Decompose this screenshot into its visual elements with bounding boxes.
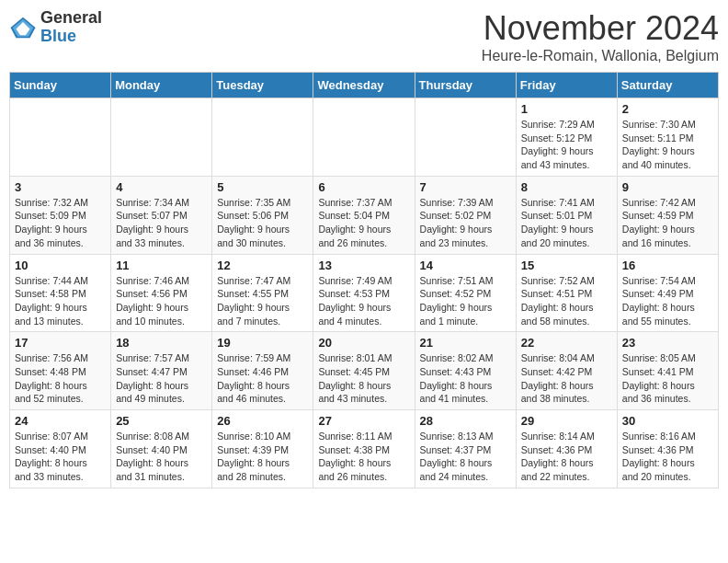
calendar-cell: 26Sunrise: 8:10 AM Sunset: 4:39 PM Dayli… [212, 410, 313, 488]
day-info: Sunrise: 8:04 AM Sunset: 4:42 PM Dayligh… [521, 351, 612, 406]
title-area: November 2024 Heure-le-Romain, Wallonia,… [482, 9, 719, 64]
calendar-cell: 13Sunrise: 7:49 AM Sunset: 4:53 PM Dayli… [313, 254, 415, 332]
calendar-header: SundayMondayTuesdayWednesdayThursdayFrid… [10, 73, 719, 98]
day-info: Sunrise: 7:39 AM Sunset: 5:02 PM Dayligh… [420, 196, 511, 250]
day-info: Sunrise: 8:11 AM Sunset: 4:38 PM Dayligh… [318, 430, 409, 484]
day-info: Sunrise: 7:30 AM Sunset: 5:11 PM Dayligh… [622, 118, 713, 172]
day-info: Sunrise: 7:57 AM Sunset: 4:47 PM Dayligh… [116, 351, 207, 406]
day-info: Sunrise: 7:47 AM Sunset: 4:55 PM Dayligh… [217, 274, 308, 328]
day-info: Sunrise: 7:49 AM Sunset: 4:53 PM Dayligh… [318, 274, 409, 328]
calendar-cell: 5Sunrise: 7:35 AM Sunset: 5:06 PM Daylig… [212, 176, 313, 254]
calendar-table: SundayMondayTuesdayWednesdayThursdayFrid… [9, 72, 719, 488]
day-number: 6 [318, 180, 409, 194]
day-number: 26 [217, 414, 308, 428]
header-day-thursday: Thursday [415, 73, 516, 98]
day-info: Sunrise: 8:08 AM Sunset: 4:40 PM Dayligh… [116, 430, 207, 484]
calendar-cell: 24Sunrise: 8:07 AM Sunset: 4:40 PM Dayli… [10, 410, 111, 488]
month-title: November 2024 [482, 9, 719, 48]
calendar-cell [415, 98, 516, 177]
day-info: Sunrise: 7:32 AM Sunset: 5:09 PM Dayligh… [15, 196, 106, 250]
calendar-cell: 19Sunrise: 7:59 AM Sunset: 4:46 PM Dayli… [212, 332, 313, 410]
day-info: Sunrise: 7:51 AM Sunset: 4:52 PM Dayligh… [420, 274, 511, 328]
day-info: Sunrise: 7:42 AM Sunset: 4:59 PM Dayligh… [622, 196, 713, 250]
calendar-cell: 3Sunrise: 7:32 AM Sunset: 5:09 PM Daylig… [10, 176, 111, 254]
calendar-cell: 1Sunrise: 7:29 AM Sunset: 5:12 PM Daylig… [516, 98, 617, 177]
day-number: 28 [420, 414, 511, 428]
logo-general: General [40, 9, 102, 28]
calendar-week-0: 1Sunrise: 7:29 AM Sunset: 5:12 PM Daylig… [10, 98, 719, 177]
calendar-cell: 28Sunrise: 8:13 AM Sunset: 4:37 PM Dayli… [415, 410, 516, 488]
day-number: 19 [217, 336, 308, 350]
logo-blue: Blue [40, 28, 102, 46]
calendar-cell: 21Sunrise: 8:02 AM Sunset: 4:43 PM Dayli… [415, 332, 516, 410]
calendar-cell [313, 98, 415, 177]
day-info: Sunrise: 7:44 AM Sunset: 4:58 PM Dayligh… [15, 274, 106, 328]
day-number: 24 [15, 414, 106, 428]
logo-icon [9, 14, 37, 41]
day-number: 12 [217, 259, 308, 272]
header-day-tuesday: Tuesday [212, 73, 313, 98]
day-number: 10 [15, 259, 106, 272]
day-number: 22 [521, 336, 612, 350]
day-info: Sunrise: 7:59 AM Sunset: 4:46 PM Dayligh… [217, 351, 308, 406]
header-day-monday: Monday [111, 73, 212, 98]
header-row: SundayMondayTuesdayWednesdayThursdayFrid… [10, 73, 719, 98]
calendar-cell [212, 98, 313, 177]
logo: General Blue [9, 9, 102, 46]
day-number: 23 [622, 336, 713, 350]
calendar-cell: 18Sunrise: 7:57 AM Sunset: 4:47 PM Dayli… [111, 332, 212, 410]
day-number: 18 [116, 336, 207, 350]
day-info: Sunrise: 8:01 AM Sunset: 4:45 PM Dayligh… [318, 351, 409, 406]
day-number: 1 [521, 102, 612, 116]
day-info: Sunrise: 8:07 AM Sunset: 4:40 PM Dayligh… [15, 430, 106, 484]
day-info: Sunrise: 8:16 AM Sunset: 4:36 PM Dayligh… [622, 430, 713, 484]
day-number: 29 [521, 414, 612, 428]
day-number: 5 [217, 180, 308, 194]
calendar-cell: 30Sunrise: 8:16 AM Sunset: 4:36 PM Dayli… [617, 410, 718, 488]
calendar-cell: 20Sunrise: 8:01 AM Sunset: 4:45 PM Dayli… [313, 332, 415, 410]
day-number: 11 [116, 259, 207, 272]
calendar-cell: 17Sunrise: 7:56 AM Sunset: 4:48 PM Dayli… [10, 332, 111, 410]
day-number: 16 [622, 259, 713, 272]
day-info: Sunrise: 7:54 AM Sunset: 4:49 PM Dayligh… [622, 274, 713, 328]
day-number: 8 [521, 180, 612, 194]
day-number: 20 [318, 336, 409, 350]
day-info: Sunrise: 7:37 AM Sunset: 5:04 PM Dayligh… [318, 196, 409, 250]
day-info: Sunrise: 8:10 AM Sunset: 4:39 PM Dayligh… [217, 430, 308, 484]
day-number: 17 [15, 336, 106, 350]
calendar-cell: 27Sunrise: 8:11 AM Sunset: 4:38 PM Dayli… [313, 410, 415, 488]
day-info: Sunrise: 7:29 AM Sunset: 5:12 PM Dayligh… [521, 118, 612, 172]
calendar-body: 1Sunrise: 7:29 AM Sunset: 5:12 PM Daylig… [10, 98, 719, 488]
day-info: Sunrise: 8:14 AM Sunset: 4:36 PM Dayligh… [521, 430, 612, 484]
calendar-cell: 9Sunrise: 7:42 AM Sunset: 4:59 PM Daylig… [617, 176, 718, 254]
day-number: 15 [521, 259, 612, 272]
calendar-week-3: 17Sunrise: 7:56 AM Sunset: 4:48 PM Dayli… [10, 332, 719, 410]
day-number: 2 [622, 102, 713, 116]
day-info: Sunrise: 8:05 AM Sunset: 4:41 PM Dayligh… [622, 351, 713, 406]
day-info: Sunrise: 7:35 AM Sunset: 5:06 PM Dayligh… [217, 196, 308, 250]
calendar-cell: 23Sunrise: 8:05 AM Sunset: 4:41 PM Dayli… [617, 332, 718, 410]
calendar-cell: 2Sunrise: 7:30 AM Sunset: 5:11 PM Daylig… [617, 98, 718, 177]
header-day-friday: Friday [516, 73, 617, 98]
calendar-cell: 29Sunrise: 8:14 AM Sunset: 4:36 PM Dayli… [516, 410, 617, 488]
calendar-cell: 7Sunrise: 7:39 AM Sunset: 5:02 PM Daylig… [415, 176, 516, 254]
day-info: Sunrise: 7:41 AM Sunset: 5:01 PM Dayligh… [521, 196, 612, 250]
calendar-cell: 25Sunrise: 8:08 AM Sunset: 4:40 PM Dayli… [111, 410, 212, 488]
calendar-cell [111, 98, 212, 177]
day-number: 3 [15, 180, 106, 194]
calendar-cell: 16Sunrise: 7:54 AM Sunset: 4:49 PM Dayli… [617, 254, 718, 332]
day-number: 21 [420, 336, 511, 350]
day-number: 27 [318, 414, 409, 428]
day-info: Sunrise: 7:56 AM Sunset: 4:48 PM Dayligh… [15, 351, 106, 406]
calendar-week-2: 10Sunrise: 7:44 AM Sunset: 4:58 PM Dayli… [10, 254, 719, 332]
calendar-cell: 4Sunrise: 7:34 AM Sunset: 5:07 PM Daylig… [111, 176, 212, 254]
day-number: 25 [116, 414, 207, 428]
calendar-cell: 22Sunrise: 8:04 AM Sunset: 4:42 PM Dayli… [516, 332, 617, 410]
calendar-cell: 10Sunrise: 7:44 AM Sunset: 4:58 PM Dayli… [10, 254, 111, 332]
day-number: 14 [420, 259, 511, 272]
page-header: General Blue November 2024 Heure-le-Roma… [9, 9, 719, 64]
day-info: Sunrise: 8:13 AM Sunset: 4:37 PM Dayligh… [420, 430, 511, 484]
calendar-week-4: 24Sunrise: 8:07 AM Sunset: 4:40 PM Dayli… [10, 410, 719, 488]
calendar-week-1: 3Sunrise: 7:32 AM Sunset: 5:09 PM Daylig… [10, 176, 719, 254]
calendar-cell: 12Sunrise: 7:47 AM Sunset: 4:55 PM Dayli… [212, 254, 313, 332]
